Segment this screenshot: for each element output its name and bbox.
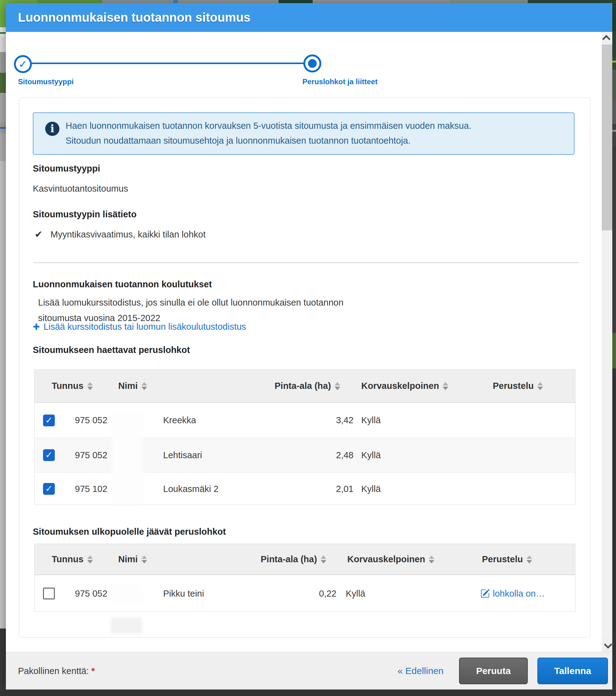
scroll-down-button[interactable] (602, 639, 612, 652)
redaction-blur (112, 619, 140, 632)
commitment-type-value: Kasvintuotantositoumus (33, 184, 128, 194)
cell-nimi: Kreekka (163, 403, 196, 438)
cell-korvauskelpoinen: Kyllä (346, 575, 365, 612)
dialog-footer: Pakollinen kenttä: * « Edellinen Peruuta… (6, 652, 612, 690)
row-checkbox[interactable]: ✓ (43, 414, 55, 426)
info-icon: i (45, 122, 60, 136)
step-active-dot-icon[interactable] (303, 54, 321, 73)
redaction-blur (114, 416, 141, 501)
background-top-strip (0, 0, 616, 3)
row-checkbox[interactable]: ✓ (43, 483, 55, 495)
column-header-pinta-ala[interactable]: Pinta-ala (ha) (260, 544, 326, 575)
background-right-strip (612, 0, 616, 696)
cell-pinta-ala: 2,01 (276, 473, 353, 505)
row-checkbox[interactable] (43, 588, 55, 599)
background-bottom-strip (0, 690, 616, 696)
cell-pinta-ala: 2,48 (276, 438, 353, 472)
cell-korvauskelpoinen: Kyllä (361, 438, 381, 472)
trainings-heading: Luonnonmukaisen tuotannon koulutukset (33, 279, 212, 289)
excluded-parcels-heading: Sitoumuksen ulkopuolelle jäävät perusloh… (33, 527, 226, 537)
row-checkbox[interactable]: ✓ (43, 449, 55, 461)
sort-icon (87, 382, 93, 390)
additional-info-item: Myyntikasvivaatimus, kaikki tilan lohkot (50, 230, 206, 240)
column-header-tunnus[interactable]: Tunnus (52, 544, 93, 575)
step-label-sitoumustyyppi[interactable]: Sitoumustyyppi (18, 77, 74, 86)
sort-icon (526, 555, 532, 564)
add-certificate-link[interactable]: ✚ Lisää kurssitodistus tai luomun lisäko… (33, 322, 246, 332)
background-left-strip (0, 0, 6, 696)
column-header-perustelu[interactable]: Perustelu (493, 370, 543, 402)
table-header-row: Tunnus Nimi Pinta-ala (ha) Korvauskelpoi… (35, 370, 575, 402)
column-header-nimi[interactable]: Nimi (118, 370, 147, 402)
radio-dot-icon (308, 59, 317, 68)
sort-icon (443, 382, 448, 390)
previous-link[interactable]: « Edellinen (398, 666, 444, 676)
scroll-up-button[interactable] (602, 32, 612, 45)
required-asterisk: * (91, 666, 95, 676)
cell-tunnus: 975 102 (75, 473, 107, 505)
vertical-scrollbar[interactable] (602, 32, 612, 652)
column-header-nimi[interactable]: Nimi (118, 544, 147, 575)
cell-tunnus: 975 052 (75, 575, 107, 612)
cell-korvauskelpoinen: Kyllä (361, 473, 381, 505)
page: Luonnonmukaisen tuotannon sitoumus ✓ Sit… (0, 0, 616, 696)
cell-nimi: Lehtisaari (163, 438, 202, 472)
cell-pinta-ala: 3,42 (276, 403, 353, 438)
cell-pinta-ala: 0,22 (260, 575, 336, 612)
column-header-pinta-ala[interactable]: Pinta-ala (ha) (274, 370, 340, 402)
content-panel: i Haen luonnonmukaisen tuotannon korvauk… (19, 97, 590, 637)
trainings-description-line1: Lisää luomukurssitodistus, jos sinulla e… (38, 298, 344, 308)
save-button[interactable]: Tallenna (537, 658, 608, 684)
add-certificate-link-label: Lisää kurssitodistus tai luomun lisäkoul… (44, 322, 246, 332)
perustelu-link[interactable]: lohkolla on… (480, 575, 545, 612)
commitment-type-heading: Sitoumustyyppi (33, 163, 100, 174)
table-header-row: Tunnus Nimi Pinta-ala (ha) Korvauskelpoi… (35, 544, 575, 575)
required-field-note: Pakollinen kenttä: * (18, 666, 95, 676)
checkmark-icon: ✔ (35, 229, 43, 240)
sort-icon (429, 555, 434, 564)
commitment-dialog: Luonnonmukaisen tuotannon sitoumus ✓ Sit… (6, 3, 612, 690)
scrollbar-thumb[interactable] (602, 45, 612, 230)
column-header-korvauskelpoinen[interactable]: Korvauskelpoinen (361, 370, 448, 402)
info-text-line1: Haen luonnonmukaisen tuotannon korvaukse… (66, 118, 561, 133)
step-label-peruslohkot[interactable]: Peruslohkot ja liitteet (302, 77, 378, 86)
plus-icon: ✚ (33, 322, 40, 332)
stepper-connector (31, 63, 305, 64)
cell-tunnus: 975 052 (75, 438, 107, 472)
edit-icon (480, 589, 490, 598)
cell-nimi: Loukasmäki 2 (163, 473, 219, 505)
info-text: Haen luonnonmukaisen tuotannon korvaukse… (66, 118, 561, 148)
sort-icon (87, 555, 93, 564)
section-divider (33, 262, 580, 263)
footer-actions: « Edellinen Peruuta Tallenna (398, 658, 608, 684)
column-header-perustelu[interactable]: Perustelu (482, 544, 532, 575)
sort-icon (335, 382, 340, 390)
cell-nimi: Pikku teini (163, 575, 204, 612)
chevron-up-icon (602, 35, 611, 43)
dialog-title: Luonnonmukaisen tuotannon sitoumus (18, 3, 250, 32)
dialog-header: Luonnonmukaisen tuotannon sitoumus (6, 3, 612, 32)
sort-icon (141, 382, 147, 390)
column-header-korvauskelpoinen[interactable]: Korvauskelpoinen (347, 544, 434, 575)
sort-icon (141, 555, 147, 564)
included-parcels-heading: Sitoumukseen haettavat peruslohkot (33, 345, 190, 355)
info-box: i Haen luonnonmukaisen tuotannon korvauk… (33, 112, 574, 155)
chevron-down-icon (604, 640, 612, 649)
redaction-blur (113, 587, 140, 603)
cell-tunnus: 975 052 (75, 403, 107, 438)
additional-info-heading: Sitoumustyypin lisätieto (33, 209, 137, 220)
sort-icon (537, 382, 543, 390)
check-icon: ✓ (19, 58, 28, 70)
sort-icon (321, 555, 326, 564)
info-text-line2: Sitoudun noudattamaan sitoumusehtoja ja … (66, 133, 561, 148)
column-header-tunnus[interactable]: Tunnus (52, 370, 93, 402)
step-completed-check-icon[interactable]: ✓ (14, 55, 32, 73)
cancel-button[interactable]: Peruuta (459, 658, 528, 684)
cell-korvauskelpoinen: Kyllä (361, 403, 381, 438)
